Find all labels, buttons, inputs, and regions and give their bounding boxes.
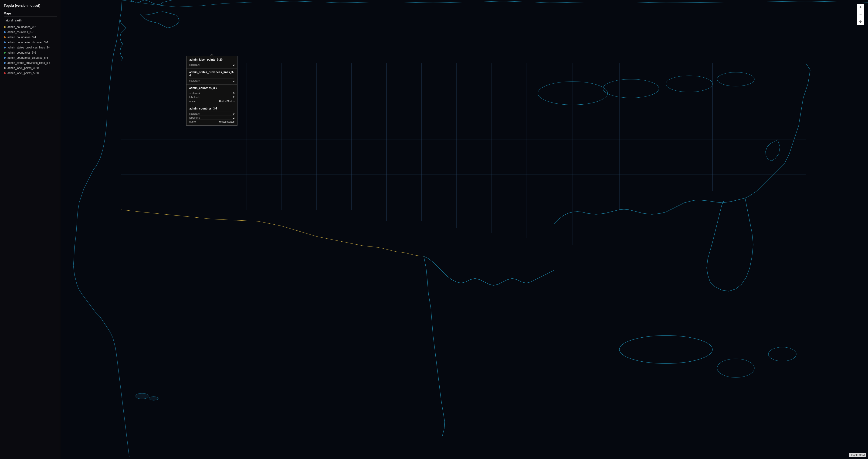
- layer-label: admin_countries_3-7: [7, 31, 34, 34]
- layer-item: admin_label_points_5-20: [4, 70, 57, 76]
- zoom-controls: + − ⊙: [857, 4, 864, 25]
- popup-value: 2: [233, 63, 235, 66]
- layer-item: admin_states_provinces_lines_3-4: [4, 45, 57, 50]
- popup-value: United States: [219, 100, 235, 103]
- popup-section-title: admin_countries_3-7: [189, 107, 235, 110]
- map[interactable]: admin_label_points_3-20scalerank2admin_s…: [61, 0, 868, 459]
- layer-label: admin_states_provinces_lines_3-4: [7, 46, 51, 49]
- popup-value: United States: [219, 120, 235, 123]
- layer-color-dot: [4, 26, 6, 28]
- popup-key: scalerank: [189, 112, 200, 115]
- layer-item: admin_label_points_3-20: [4, 65, 57, 70]
- popup-row: labelrank2: [189, 116, 235, 119]
- layer-color-dot: [4, 52, 6, 54]
- popup-value: 0: [233, 112, 235, 115]
- layer-color-dot: [4, 47, 6, 49]
- popup-row: scalerank2: [189, 63, 235, 67]
- popup-row: nameUnited States: [189, 119, 235, 123]
- layer-item: admin_boundaries_disputed_3-4: [4, 40, 57, 45]
- layer-color-dot: [4, 31, 6, 33]
- popup-key: name: [189, 100, 196, 103]
- layer-item: admin_states_provinces_lines_5-6: [4, 60, 57, 65]
- zoom-out-button[interactable]: −: [857, 11, 864, 18]
- layer-item: admin_boundaries_3-4: [4, 35, 57, 40]
- layer-label: admin_boundaries_disputed_5-6: [7, 56, 48, 59]
- layer-label: admin_states_provinces_lines_5-6: [7, 61, 51, 64]
- layer-label: admin_boundaries_3-4: [7, 36, 36, 39]
- layer-list: admin_boundaries_0-2admin_countries_3-7a…: [4, 25, 57, 76]
- popup-row: nameUnited States: [189, 99, 235, 103]
- popup-row: labelrank2: [189, 95, 235, 99]
- popup-key: scalerank: [189, 92, 200, 94]
- svg-point-31: [135, 393, 149, 399]
- layer-color-dot: [4, 57, 6, 59]
- layer-item: admin_countries_3-7: [4, 30, 57, 35]
- layer-label: admin_boundaries_5-6: [7, 51, 36, 54]
- zoom-in-button[interactable]: +: [857, 4, 864, 11]
- popup-section: admin_countries_3-7scalerank0labelrank2n…: [186, 85, 237, 105]
- feature-popup: admin_label_points_3-20scalerank2admin_s…: [186, 56, 238, 125]
- layer-color-dot: [4, 62, 6, 64]
- map-canvas: [61, 0, 868, 459]
- svg-point-32: [149, 397, 158, 400]
- popup-row: scalerank0: [189, 91, 235, 95]
- popup-section-title: admin_states_provinces_lines_3-4: [189, 70, 235, 77]
- layer-color-dot: [4, 67, 6, 69]
- popup-value: 2: [233, 96, 235, 98]
- layer-color-dot: [4, 41, 6, 44]
- popup-key: name: [189, 120, 196, 123]
- layer-item: admin_boundaries_5-6: [4, 50, 57, 55]
- popup-key: labelrank: [189, 116, 200, 119]
- zoom-reset-button[interactable]: ⊙: [857, 18, 864, 25]
- layer-color-dot: [4, 72, 6, 74]
- popup-section-title: admin_countries_3-7: [189, 86, 235, 90]
- app-title: Tegola (version not set): [4, 4, 57, 7]
- popup-section-title: admin_label_points_3-20: [189, 58, 235, 61]
- layer-label: admin_boundaries_disputed_3-4: [7, 41, 48, 44]
- maps-heading: Maps: [4, 12, 57, 17]
- popup-key: scalerank: [189, 63, 200, 66]
- layer-color-dot: [4, 36, 6, 38]
- svg-rect-0: [61, 0, 868, 459]
- popup-section: admin_countries_3-7scalerank0labelrank2n…: [186, 105, 237, 125]
- maps-name: natural_earth: [4, 19, 57, 22]
- popup-row: scalerank0: [189, 112, 235, 116]
- popup-key: scalerank: [189, 79, 200, 82]
- sidebar: Tegola (version not set) Maps natural_ea…: [0, 0, 61, 459]
- layer-label: admin_boundaries_0-2: [7, 25, 36, 29]
- popup-value: 0: [233, 92, 235, 94]
- layer-label: admin_label_points_3-20: [7, 66, 39, 70]
- map-attribution: Tegola OSM: [849, 453, 866, 457]
- popup-key: labelrank: [189, 96, 200, 98]
- layer-item: admin_boundaries_disputed_5-6: [4, 55, 57, 60]
- layer-label: admin_label_points_5-20: [7, 71, 39, 75]
- popup-value: 2: [233, 116, 235, 119]
- popup-row: scalerank2: [189, 79, 235, 83]
- layer-item: admin_boundaries_0-2: [4, 25, 57, 30]
- popup-value: 2: [233, 79, 235, 82]
- popup-section: admin_label_points_3-20scalerank2: [186, 56, 237, 69]
- popup-section: admin_states_provinces_lines_3-4scaleran…: [186, 69, 237, 85]
